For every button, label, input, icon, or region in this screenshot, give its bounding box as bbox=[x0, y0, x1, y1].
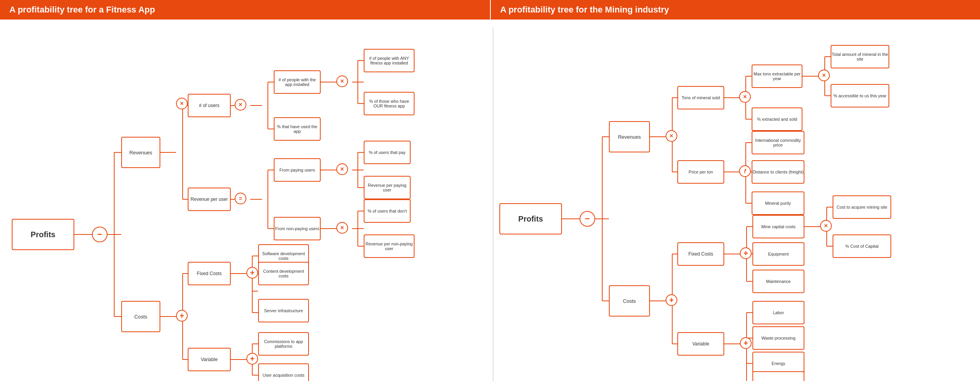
fitness-any-app: # of people with ANY fitness app install… bbox=[364, 49, 415, 72]
fitness-costs: Costs bbox=[121, 301, 160, 332]
mining-lines bbox=[497, 31, 978, 381]
mining-price-f: f bbox=[739, 165, 751, 177]
fitness-fixed-plus: + bbox=[246, 267, 258, 279]
mining-pct-accessible: % accessible to us this year bbox=[831, 84, 889, 107]
mining-waste: Waste processing bbox=[752, 326, 804, 350]
mining-equipment: Equipment bbox=[752, 242, 804, 266]
fitness-user-acquisition: User acquisition costs bbox=[258, 363, 309, 381]
mining-total-mineral: Total amount of mineral in the site bbox=[831, 45, 889, 68]
mining-intl-price: International commodity price bbox=[752, 131, 804, 154]
mining-profits: Profits bbox=[499, 203, 562, 234]
mining-costs-plus: + bbox=[666, 294, 677, 306]
mining-tons-sold: Tons of mineral sold bbox=[677, 86, 724, 109]
fitness-from-paying: From paying users bbox=[274, 158, 321, 182]
fitness-diagram: Profits − Revenues Costs × # of users Re… bbox=[8, 31, 489, 381]
mining-tree: Profits − Revenues Costs × Tons of miner… bbox=[493, 27, 980, 381]
fitness-users-dont: % of users that don't bbox=[364, 199, 411, 223]
mining-variable: Variable bbox=[677, 332, 724, 356]
fitness-rev-equals: = bbox=[235, 193, 246, 204]
fitness-tree: Profits − Revenues Costs × # of users Re… bbox=[4, 27, 493, 381]
fitness-nonpaying-multiply: × bbox=[336, 222, 348, 234]
mining-distance: Distance to clients (freight) bbox=[752, 160, 804, 184]
mining-tons-multiply: × bbox=[739, 91, 751, 103]
fitness-rev-paying: Revenue per paying user bbox=[364, 176, 411, 199]
mining-variable-plus: + bbox=[740, 337, 752, 349]
fitness-fixed-costs: Fixed Costs bbox=[188, 262, 231, 285]
mining-price-per-ton: Price per ton bbox=[677, 160, 724, 184]
mining-revenues: Revenues bbox=[609, 121, 650, 152]
left-title: A profitability tree for a Fitness App bbox=[0, 0, 490, 20]
fitness-minus-operator: − bbox=[92, 227, 108, 242]
mining-max-tons: Max tons extractable per year bbox=[752, 64, 802, 88]
mining-max-tons-multiply: × bbox=[818, 70, 830, 81]
fitness-users-pay: % of users that pay bbox=[364, 141, 411, 164]
right-title: A profitability tree for the Mining indu… bbox=[490, 0, 980, 20]
mining-cost-of-capital: % Cost of Capital bbox=[833, 234, 891, 258]
fitness-users-multiply: × bbox=[235, 99, 246, 111]
mining-mineral-purity: Mineral purity bbox=[752, 191, 804, 215]
mining-minus-operator: − bbox=[580, 211, 595, 227]
fitness-our-app: % of those who have OUR fitness app bbox=[364, 92, 415, 115]
mining-costs: Costs bbox=[609, 285, 650, 317]
fitness-num-users: # of users bbox=[188, 94, 231, 117]
fitness-server-infra: Server infrastructure bbox=[258, 299, 309, 322]
mining-capital-multiply: × bbox=[820, 220, 832, 232]
fitness-rev-non-paying: Revenue per non-paying user bbox=[364, 234, 415, 258]
fitness-variable: Variable bbox=[188, 348, 231, 371]
mining-fixed-plus: + bbox=[740, 247, 752, 259]
fitness-lines bbox=[8, 31, 489, 381]
mining-rev-multiply: × bbox=[666, 130, 677, 142]
mining-maintenance: Maintenance bbox=[752, 270, 804, 293]
mining-cost-acquire: Cost to acquire mining site bbox=[833, 195, 891, 219]
fitness-costs-plus: + bbox=[176, 310, 188, 322]
fitness-variable-plus: + bbox=[246, 353, 258, 365]
fitness-from-non-paying: From non-paying users bbox=[274, 217, 321, 240]
mining-fixed-costs: Fixed Costs bbox=[677, 242, 724, 266]
fitness-people-with-app: # of people with the app installed bbox=[274, 70, 321, 94]
fitness-commissions: Commissions to app platforms bbox=[258, 332, 309, 356]
mining-pct-extracted: % extracted and sold bbox=[752, 107, 802, 131]
fitness-revenues: Revenues bbox=[121, 137, 160, 168]
fitness-that-have-used: % that have used the app bbox=[274, 117, 321, 141]
fitness-profits: Profits bbox=[12, 219, 74, 250]
fitness-revenues-op: × bbox=[176, 98, 188, 109]
fitness-content-dev: Content development costs bbox=[258, 262, 309, 285]
mining-mine-capital: Mine capital costs bbox=[752, 215, 804, 238]
fitness-app-multiply: × bbox=[336, 75, 348, 87]
mining-chemicals: Chemicals and inputs bbox=[752, 371, 804, 381]
mining-labor: Labor bbox=[752, 301, 804, 324]
mining-diagram: Profits − Revenues Costs × Tons of miner… bbox=[497, 31, 978, 381]
fitness-paying-multiply: × bbox=[336, 163, 348, 175]
fitness-rev-per-user: Revenue per user bbox=[188, 188, 231, 211]
